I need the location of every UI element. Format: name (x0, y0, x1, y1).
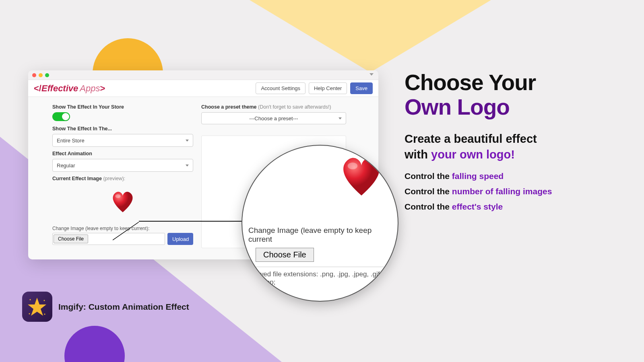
feature-3: Control the effect's style (405, 202, 630, 212)
mag-divider (248, 267, 385, 267)
svg-point-8 (44, 314, 45, 315)
app-logo: </ Effective Apps > (34, 83, 105, 94)
show-in-value: Entire Store (57, 138, 85, 144)
preset-select[interactable]: ---Choose a preset--- (201, 112, 346, 124)
window-close-icon[interactable] (32, 73, 36, 77)
heart-icon (109, 189, 137, 214)
preset-hint: (Don't forget to save afterwards!) (258, 104, 331, 110)
preset-value: ---Choose a preset--- (249, 115, 298, 121)
feat3-b: effect's style (452, 202, 503, 211)
feat1-a: Control the (405, 171, 452, 181)
svg-line-2 (113, 222, 139, 240)
save-button[interactable]: Save (350, 82, 373, 94)
magnifier-circle: Change Image (leave empty to keep curren… (242, 145, 398, 302)
choose-file-button[interactable]: Choose File (54, 234, 88, 243)
logo-bracket-close: > (100, 83, 105, 94)
show-in-select[interactable]: Entire Store (52, 134, 193, 147)
logo-bracket-open: </ (34, 83, 41, 94)
svg-point-5 (30, 299, 31, 300)
window-maximize-icon[interactable] (45, 73, 49, 77)
headline-line1: Choose Your (405, 70, 536, 95)
sub-line2a: with (405, 148, 431, 161)
show-effect-toggle[interactable] (52, 112, 70, 121)
feat1-b: falling speed (452, 171, 504, 181)
animation-label: Effect Animation (52, 151, 197, 156)
svg-point-6 (44, 300, 45, 301)
chevron-down-icon[interactable] (369, 73, 374, 76)
window-titlebar (28, 70, 378, 80)
mag-choose-file-button[interactable]: Choose File (256, 248, 314, 262)
preset-label: Choose a preset theme (201, 104, 257, 110)
connector-diag (113, 222, 141, 242)
svg-point-7 (29, 313, 30, 315)
logo-text-apps: Apps (80, 83, 100, 94)
subheadline: Create a beautiful effect with your own … (405, 131, 630, 162)
window-minimize-icon[interactable] (39, 73, 43, 77)
mag-change-label: Change Image (leave empty to keep curren… (248, 226, 393, 244)
feat2-b: number of falling images (452, 187, 552, 196)
feat2-a: Control the (405, 187, 452, 196)
marketing-copy: Choose Your Own Logo Create a beautiful … (405, 70, 630, 212)
logo-text-effective: Effective (41, 83, 78, 94)
bg-triangle-yellow (250, 0, 491, 72)
show-in-label: Show The Effect In The... (52, 126, 197, 132)
help-center-button[interactable]: Help Center (309, 82, 347, 94)
preview-hint: (preview): (103, 176, 125, 181)
animation-value: Regular (57, 162, 75, 169)
app-header: </ Effective Apps > Account Settings Hel… (28, 80, 378, 97)
sub-line2b: your own logo! (431, 148, 515, 161)
svg-marker-4 (28, 298, 46, 316)
preview-label: Current Effect Image (52, 176, 102, 181)
sub-line1: Create a beautiful effect (405, 132, 537, 145)
mag-speed-label: Speed (270, 298, 393, 302)
app-name-label: Imgify: Custom Animation Effect (58, 302, 189, 312)
headline-line2: Own Logo (405, 95, 510, 119)
account-settings-button[interactable]: Account Settings (256, 82, 305, 94)
feature-2: Control the number of falling images (405, 187, 630, 196)
feature-1: Control the falling speed (405, 171, 630, 181)
svg-point-0 (115, 194, 120, 198)
show-effect-label: Show The Effect In Your Store (52, 104, 197, 110)
mag-extensions-text: wed file extensions: .png, .jpg, .jpeg, … (258, 270, 393, 286)
app-icon (22, 292, 52, 322)
headline: Choose Your Own Logo (405, 70, 630, 119)
feat3-a: Control the (405, 202, 452, 211)
animation-select[interactable]: Regular (52, 159, 193, 172)
